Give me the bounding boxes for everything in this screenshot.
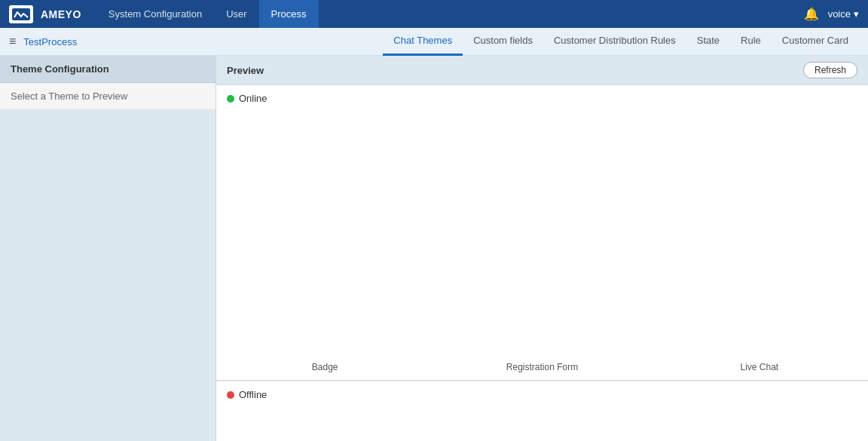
sub-header: ≡ TestProcess Chat Themes Custom fields … (0, 28, 868, 56)
offline-text: Offline (239, 389, 267, 400)
preview-title: Preview (227, 65, 264, 76)
online-dot-icon (227, 95, 234, 103)
offline-status-label: Offline (216, 381, 868, 408)
badge-label: Badge (216, 362, 433, 380)
logo (9, 5, 33, 23)
nav-process[interactable]: Process (259, 0, 319, 28)
hamburger-icon[interactable]: ≡ (9, 35, 16, 48)
navbar: AMEYO System Configuration User Process … (0, 0, 868, 28)
dropdown-arrow-icon: ▾ (854, 8, 859, 20)
tab-custom-fields[interactable]: Custom fields (463, 28, 543, 56)
breadcrumb[interactable]: TestProcess (23, 36, 77, 47)
sub-header-tabs: Chat Themes Custom fields Customer Distr… (383, 28, 859, 56)
brand-name: AMEYO (41, 8, 81, 20)
offline-dot-icon (227, 391, 234, 399)
preview-header: Preview Refresh (216, 56, 868, 85)
theme-config-header: Theme Configuration (0, 56, 215, 83)
refresh-button[interactable]: Refresh (803, 62, 857, 78)
tab-rule[interactable]: Rule (730, 28, 772, 56)
preview-labels-row: Badge Registration Form Live Chat (216, 342, 868, 380)
user-label: voice (828, 8, 851, 20)
online-text: Online (239, 93, 267, 104)
tab-chat-themes[interactable]: Chat Themes (383, 28, 463, 56)
nav-user[interactable]: User (214, 0, 258, 28)
tab-customer-distribution-rules[interactable]: Customer Distribution Rules (543, 28, 686, 56)
svg-rect-0 (12, 8, 30, 20)
nav-links: System Configuration User Process (96, 0, 804, 28)
online-status-label: Online (216, 85, 868, 112)
preview-content: Online Badge Registration Form Live Chat (216, 85, 868, 441)
tab-state[interactable]: State (686, 28, 730, 56)
user-dropdown[interactable]: voice ▾ (828, 8, 859, 20)
offline-section: Offline (216, 381, 868, 441)
theme-select-prompt[interactable]: Select a Theme to Preview (0, 83, 215, 110)
nav-system-configuration[interactable]: System Configuration (96, 0, 214, 28)
live-chat-label: Live Chat (651, 362, 868, 380)
registration-form-label: Registration Form (433, 362, 650, 380)
online-section: Online Badge Registration Form Live Chat (216, 85, 868, 381)
tab-customer-card[interactable]: Customer Card (772, 28, 859, 56)
right-panel: Preview Refresh Online Badge Registratio… (216, 56, 868, 441)
left-panel: Theme Configuration Select a Theme to Pr… (0, 56, 216, 441)
bell-icon[interactable]: 🔔 (804, 7, 819, 21)
navbar-right: 🔔 voice ▾ (804, 7, 859, 21)
main-content: Theme Configuration Select a Theme to Pr… (0, 56, 868, 441)
